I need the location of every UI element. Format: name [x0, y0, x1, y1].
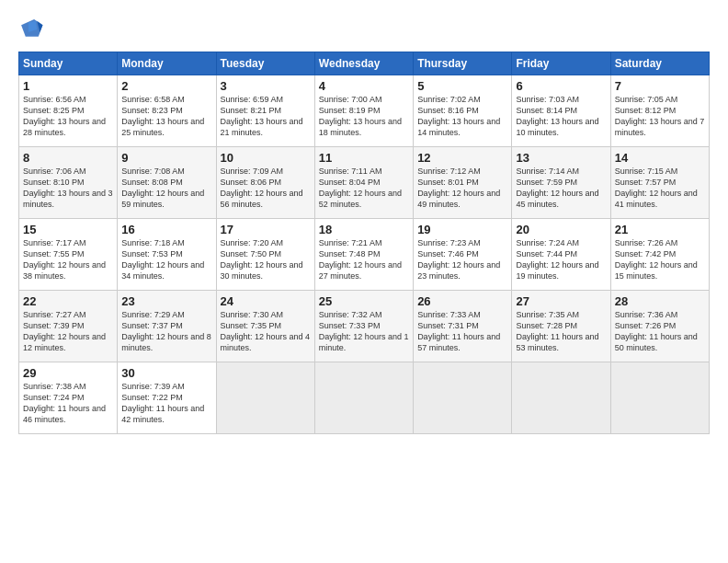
calendar-cell: 17Sunrise: 7:20 AMSunset: 7:50 PMDayligh…: [216, 219, 314, 291]
calendar-cell: [414, 362, 512, 434]
cell-content: Sunrise: 7:24 AMSunset: 7:44 PMDaylight:…: [516, 237, 606, 282]
cell-content: Sunrise: 7:00 AMSunset: 8:19 PMDaylight:…: [319, 94, 409, 139]
calendar-cell: 7Sunrise: 7:05 AMSunset: 8:12 PMDaylight…: [610, 75, 709, 147]
cell-content: Sunrise: 7:18 AMSunset: 7:53 PMDaylight:…: [121, 237, 211, 282]
cell-content: Sunrise: 7:12 AMSunset: 8:01 PMDaylight:…: [417, 166, 507, 211]
calendar-cell: 25Sunrise: 7:32 AMSunset: 7:33 PMDayligh…: [314, 291, 413, 362]
day-header-sunday: Sunday: [19, 52, 118, 75]
day-number: 18: [319, 223, 409, 236]
calendar-cell: 5Sunrise: 7:02 AMSunset: 8:16 PMDaylight…: [414, 75, 512, 147]
day-number: 23: [121, 294, 211, 308]
cell-content: Sunrise: 6:56 AMSunset: 8:25 PMDaylight:…: [23, 94, 113, 139]
calendar-cell: 2Sunrise: 6:58 AMSunset: 8:23 PMDaylight…: [118, 75, 216, 147]
day-number: 5: [417, 79, 507, 93]
day-number: 11: [319, 151, 409, 165]
calendar-cell: 27Sunrise: 7:35 AMSunset: 7:28 PMDayligh…: [512, 291, 610, 362]
cell-content: Sunrise: 7:33 AMSunset: 7:31 PMDaylight:…: [417, 309, 507, 354]
calendar-cell: 3Sunrise: 6:59 AMSunset: 8:21 PMDaylight…: [216, 75, 314, 147]
week-row-5: 29Sunrise: 7:38 AMSunset: 7:24 PMDayligh…: [19, 362, 710, 434]
calendar-cell: 28Sunrise: 7:36 AMSunset: 7:26 PMDayligh…: [610, 291, 709, 362]
cell-content: Sunrise: 7:05 AMSunset: 8:12 PMDaylight:…: [615, 94, 705, 139]
calendar-cell: [216, 362, 314, 434]
calendar-cell: 1Sunrise: 6:56 AMSunset: 8:25 PMDaylight…: [19, 75, 118, 147]
day-number: 28: [615, 294, 705, 308]
day-number: 9: [121, 151, 211, 165]
cell-content: Sunrise: 7:36 AMSunset: 7:26 PMDaylight:…: [615, 309, 705, 354]
cell-content: Sunrise: 7:08 AMSunset: 8:08 PMDaylight:…: [121, 166, 211, 211]
cell-content: Sunrise: 7:29 AMSunset: 7:37 PMDaylight:…: [121, 309, 211, 354]
week-row-4: 22Sunrise: 7:27 AMSunset: 7:39 PMDayligh…: [19, 291, 710, 362]
calendar-cell: 4Sunrise: 7:00 AMSunset: 8:19 PMDaylight…: [314, 75, 413, 147]
cell-content: Sunrise: 7:30 AMSunset: 7:35 PMDaylight:…: [221, 309, 311, 354]
day-header-wednesday: Wednesday: [314, 52, 413, 75]
day-number: 3: [221, 79, 311, 93]
day-number: 26: [417, 294, 507, 308]
calendar-cell: 6Sunrise: 7:03 AMSunset: 8:14 PMDaylight…: [512, 75, 610, 147]
calendar-page: SundayMondayTuesdayWednesdayThursdayFrid…: [0, 0, 728, 443]
day-number: 24: [221, 294, 311, 308]
day-number: 14: [615, 151, 705, 165]
day-number: 29: [23, 366, 113, 380]
day-number: 19: [417, 223, 507, 236]
calendar-cell: 10Sunrise: 7:09 AMSunset: 8:06 PMDayligh…: [216, 147, 314, 219]
calendar-cell: 21Sunrise: 7:26 AMSunset: 7:42 PMDayligh…: [610, 219, 709, 291]
day-number: 10: [221, 151, 311, 165]
calendar-table: SundayMondayTuesdayWednesdayThursdayFrid…: [18, 52, 710, 434]
day-number: 2: [121, 79, 211, 93]
cell-content: Sunrise: 7:21 AMSunset: 7:48 PMDaylight:…: [319, 237, 409, 282]
day-number: 22: [23, 294, 113, 308]
cell-content: Sunrise: 7:15 AMSunset: 7:57 PMDaylight:…: [615, 166, 705, 211]
calendar-cell: 18Sunrise: 7:21 AMSunset: 7:48 PMDayligh…: [314, 219, 413, 291]
day-number: 8: [23, 151, 113, 165]
day-number: 15: [23, 223, 113, 236]
calendar-cell: 22Sunrise: 7:27 AMSunset: 7:39 PMDayligh…: [19, 291, 118, 362]
day-header-saturday: Saturday: [610, 52, 709, 75]
calendar-cell: 9Sunrise: 7:08 AMSunset: 8:08 PMDaylight…: [118, 147, 216, 219]
cell-content: Sunrise: 7:39 AMSunset: 7:22 PMDaylight:…: [121, 381, 211, 426]
day-number: 17: [221, 223, 311, 236]
calendar-cell: 20Sunrise: 7:24 AMSunset: 7:44 PMDayligh…: [512, 219, 610, 291]
calendar-cell: 19Sunrise: 7:23 AMSunset: 7:46 PMDayligh…: [414, 219, 512, 291]
cell-content: Sunrise: 7:20 AMSunset: 7:50 PMDaylight:…: [221, 237, 311, 282]
calendar-cell: 8Sunrise: 7:06 AMSunset: 8:10 PMDaylight…: [19, 147, 118, 219]
header: [18, 17, 710, 42]
cell-content: Sunrise: 7:26 AMSunset: 7:42 PMDaylight:…: [615, 237, 705, 282]
day-number: 7: [615, 79, 705, 93]
calendar-cell: 24Sunrise: 7:30 AMSunset: 7:35 PMDayligh…: [216, 291, 314, 362]
cell-content: Sunrise: 7:32 AMSunset: 7:33 PMDaylight:…: [319, 309, 409, 354]
week-row-2: 8Sunrise: 7:06 AMSunset: 8:10 PMDaylight…: [19, 147, 710, 219]
cell-content: Sunrise: 6:59 AMSunset: 8:21 PMDaylight:…: [221, 94, 311, 139]
calendar-cell: 26Sunrise: 7:33 AMSunset: 7:31 PMDayligh…: [414, 291, 512, 362]
calendar-cell: 12Sunrise: 7:12 AMSunset: 8:01 PMDayligh…: [414, 147, 512, 219]
calendar-cell: 13Sunrise: 7:14 AMSunset: 7:59 PMDayligh…: [512, 147, 610, 219]
day-number: 25: [319, 294, 409, 308]
cell-content: Sunrise: 7:38 AMSunset: 7:24 PMDaylight:…: [23, 381, 113, 426]
calendar-cell: [314, 362, 413, 434]
cell-content: Sunrise: 7:23 AMSunset: 7:46 PMDaylight:…: [417, 237, 507, 282]
week-row-1: 1Sunrise: 6:56 AMSunset: 8:25 PMDaylight…: [19, 75, 710, 147]
cell-content: Sunrise: 7:06 AMSunset: 8:10 PMDaylight:…: [23, 166, 113, 211]
day-number: 16: [121, 223, 211, 236]
cell-content: Sunrise: 7:27 AMSunset: 7:39 PMDaylight:…: [23, 309, 113, 354]
header-row: SundayMondayTuesdayWednesdayThursdayFrid…: [19, 52, 710, 75]
cell-content: Sunrise: 7:11 AMSunset: 8:04 PMDaylight:…: [319, 166, 409, 211]
cell-content: Sunrise: 7:35 AMSunset: 7:28 PMDaylight:…: [516, 309, 606, 354]
calendar-cell: 30Sunrise: 7:39 AMSunset: 7:22 PMDayligh…: [118, 362, 216, 434]
day-number: 20: [516, 223, 606, 236]
logo-icon: [18, 17, 44, 42]
cell-content: Sunrise: 7:14 AMSunset: 7:59 PMDaylight:…: [516, 166, 606, 211]
calendar-cell: 11Sunrise: 7:11 AMSunset: 8:04 PMDayligh…: [314, 147, 413, 219]
day-number: 6: [516, 79, 606, 93]
day-number: 4: [319, 79, 409, 93]
cell-content: Sunrise: 7:03 AMSunset: 8:14 PMDaylight:…: [516, 94, 606, 139]
calendar-cell: 23Sunrise: 7:29 AMSunset: 7:37 PMDayligh…: [118, 291, 216, 362]
logo: [18, 17, 48, 42]
day-number: 27: [516, 294, 606, 308]
day-header-thursday: Thursday: [414, 52, 512, 75]
calendar-cell: 29Sunrise: 7:38 AMSunset: 7:24 PMDayligh…: [19, 362, 118, 434]
day-number: 30: [121, 366, 211, 380]
calendar-cell: 14Sunrise: 7:15 AMSunset: 7:57 PMDayligh…: [610, 147, 709, 219]
calendar-cell: [610, 362, 709, 434]
day-header-tuesday: Tuesday: [216, 52, 314, 75]
day-number: 13: [516, 151, 606, 165]
